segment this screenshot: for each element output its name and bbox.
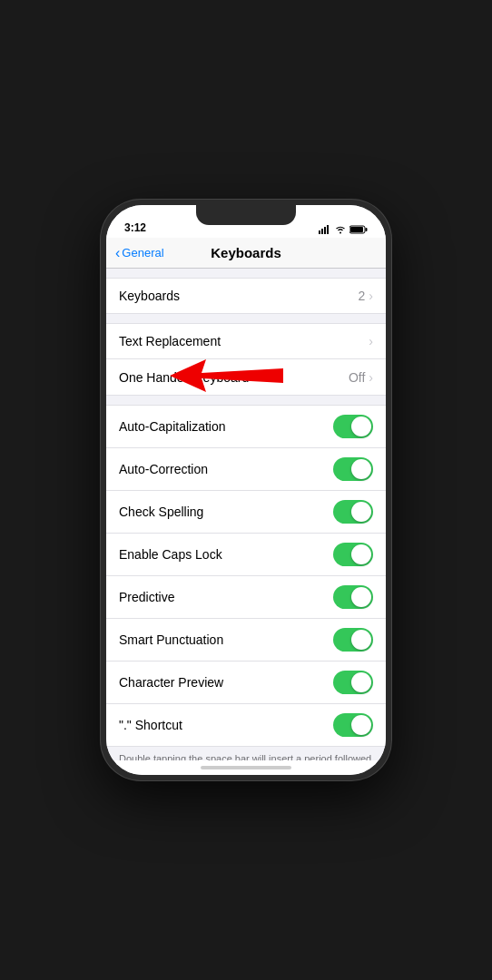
keyboards-cell[interactable]: Keyboards 2 › — [106, 278, 386, 314]
svg-point-4 — [339, 232, 341, 234]
text-replacement-chevron-icon: › — [369, 334, 373, 348]
enable-caps-lock-cell: Enable Caps Lock — [106, 534, 386, 576]
svg-rect-6 — [366, 228, 368, 231]
keyboards-section: Keyboards 2 › — [106, 278, 386, 314]
enable-caps-lock-toggle[interactable] — [333, 543, 373, 566]
svg-rect-1 — [321, 229, 323, 234]
auto-capitalization-label: Auto-Capitalization — [119, 419, 226, 434]
auto-capitalization-cell: Auto-Capitalization — [106, 405, 386, 448]
home-bar — [201, 766, 291, 769]
svg-rect-7 — [350, 227, 363, 232]
status-time: 3:12 — [124, 221, 146, 234]
status-bar: 3:12 — [106, 205, 386, 238]
shortcut-footer: Double tapping the space bar will insert… — [106, 747, 386, 760]
check-spelling-cell: Check Spelling — [106, 491, 386, 534]
keyboards-chevron-icon: › — [369, 289, 373, 303]
svg-rect-2 — [324, 227, 326, 234]
predictive-cell: Predictive — [106, 576, 386, 619]
status-icons — [319, 225, 368, 234]
svg-rect-0 — [319, 230, 320, 234]
home-indicator — [106, 760, 386, 775]
character-preview-label: Character Preview — [119, 675, 223, 690]
smart-punctuation-label: Smart Punctuation — [119, 632, 223, 647]
shortcut-label: "." Shortcut — [119, 718, 182, 732]
wifi-icon — [335, 225, 346, 234]
signal-icon — [319, 225, 331, 234]
back-button[interactable]: ‹ General — [115, 245, 164, 261]
one-handed-keyboard-cell[interactable]: One Handed Keyboard Off › — [106, 359, 386, 396]
check-spelling-label: Check Spelling — [119, 505, 203, 519]
text-replacement-label: Text Replacement — [119, 334, 221, 348]
one-handed-keyboard-label: One Handed Keyboard — [119, 370, 249, 385]
shortcut-toggle[interactable] — [333, 713, 373, 737]
auto-correction-toggle[interactable] — [333, 457, 373, 481]
page-title: Keyboards — [211, 245, 281, 260]
character-preview-toggle[interactable] — [333, 671, 373, 694]
enable-caps-lock-label: Enable Caps Lock — [119, 547, 222, 562]
auto-capitalization-toggle[interactable] — [333, 415, 373, 438]
back-chevron-icon: ‹ — [115, 245, 120, 261]
phone-screen: 3:12 — [106, 205, 386, 775]
notch — [196, 205, 296, 225]
svg-rect-3 — [327, 225, 329, 234]
shortcut-cell: "." Shortcut — [106, 704, 386, 747]
phone-frame: 3:12 — [101, 200, 391, 780]
predictive-label: Predictive — [119, 590, 174, 604]
character-preview-cell: Character Preview — [106, 662, 386, 704]
battery-icon — [349, 225, 368, 234]
smart-punctuation-cell: Smart Punctuation — [106, 619, 386, 662]
text-replacement-cell[interactable]: Text Replacement › — [106, 323, 386, 359]
keyboards-right: 2 › — [359, 289, 373, 303]
options-section: Text Replacement › One Handed Keyboard O… — [106, 323, 386, 396]
check-spelling-toggle[interactable] — [333, 500, 373, 524]
predictive-toggle[interactable] — [333, 585, 373, 609]
auto-correction-label: Auto-Correction — [119, 462, 208, 476]
keyboards-count: 2 — [359, 289, 366, 303]
back-label: General — [122, 246, 163, 260]
text-replacement-right: › — [369, 334, 373, 348]
keyboards-label: Keyboards — [119, 289, 180, 303]
nav-bar: ‹ General Keyboards — [106, 238, 386, 269]
smart-punctuation-toggle[interactable] — [333, 628, 373, 652]
one-handed-value: Off — [349, 370, 365, 385]
content-area: Keyboards 2 › Text Replacement › One Han… — [106, 269, 386, 760]
one-handed-chevron-icon: › — [369, 370, 373, 385]
one-handed-keyboard-right: Off › — [349, 370, 373, 385]
toggles-section: Auto-Capitalization Auto-Correction Chec… — [106, 405, 386, 747]
auto-correction-cell: Auto-Correction — [106, 448, 386, 491]
